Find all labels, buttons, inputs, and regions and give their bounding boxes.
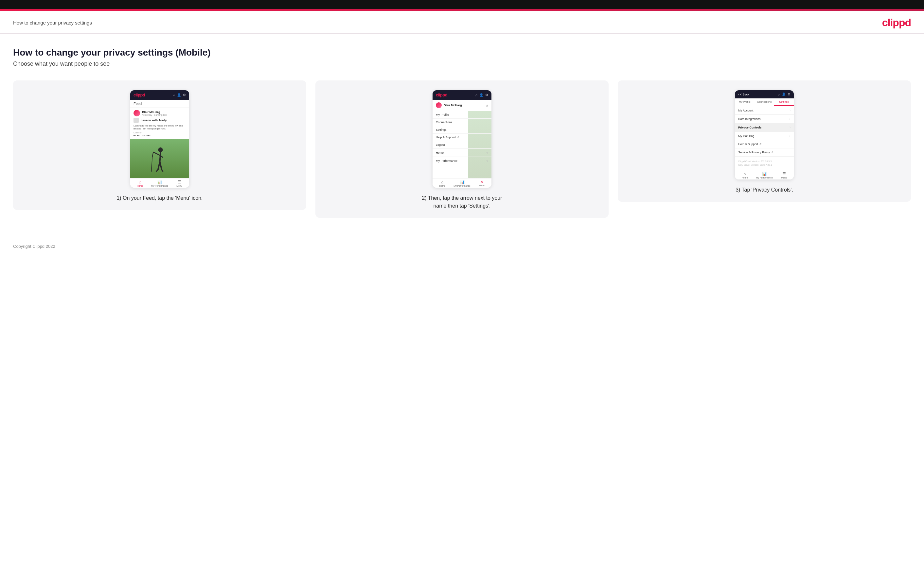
step2-phone-icons: ⌕ 👤 ⚙: [475, 93, 488, 97]
myaccount-label: My Account: [738, 109, 754, 112]
client-version: Clippd Client Version: 2022.8.3-3: [738, 160, 790, 163]
step2-nav-home[interactable]: ⌂ Home: [433, 180, 452, 187]
step2-phone-body: Blair McHarg ∧ My Profile Connections Se…: [433, 100, 491, 178]
back-button[interactable]: ‹ < Back: [738, 93, 749, 96]
step3-nav-home[interactable]: ⌂ Home: [735, 172, 754, 179]
home-chevron-icon: ∨: [486, 152, 488, 154]
menu-section-home[interactable]: Home ∨: [433, 149, 491, 157]
steps-container: clippd ⌕ 👤 ⚙ Feed Blair McHarg: [13, 81, 911, 218]
settings-item-myaccount[interactable]: My Account ›: [735, 106, 794, 115]
feed-image: [130, 139, 189, 178]
feed-lesson-row: Lesson with Fordy: [134, 118, 186, 123]
tab-connections[interactable]: Connections: [754, 98, 774, 106]
step1-nav-performance[interactable]: 📊 My Performance: [150, 180, 170, 187]
menu-label: Menu: [176, 185, 182, 187]
feed-user-name: Blair McHarg: [142, 111, 167, 114]
step-3-phone: ‹ < Back ⌕ 👤 ⚙ My Profile Connections Se…: [735, 90, 794, 179]
performance-label: My Performance: [151, 185, 168, 187]
menu-item-logout[interactable]: Logout: [433, 141, 491, 149]
settings-item-helpsupport[interactable]: Help & Support ↗: [735, 140, 794, 148]
step1-nav-home[interactable]: ⌂ Home: [130, 180, 150, 187]
menu-item-helpsupport[interactable]: Help & Support ↗: [433, 134, 491, 141]
step3-perf-label: My Performance: [756, 177, 772, 179]
settings-item-mygolfbag[interactable]: My Golf Bag ›: [735, 132, 794, 140]
logo: clippd: [882, 17, 911, 29]
main-content: How to change your privacy settings (Mob…: [0, 34, 924, 237]
profile-icon[interactable]: 👤: [177, 93, 181, 97]
menu-foreground: Blair McHarg ∧ My Profile Connections Se…: [433, 100, 491, 165]
step-1-phone: clippd ⌕ 👤 ⚙ Feed Blair McHarg: [130, 90, 189, 188]
step3-nav-menu[interactable]: ☰ Menu: [774, 172, 794, 179]
step3-phone-icons: ⌕ 👤 ⚙: [778, 92, 790, 96]
settings-icon-2[interactable]: ⚙: [485, 93, 488, 97]
step-2-phone: clippd ⌕ 👤 ⚙ Blair: [433, 90, 491, 188]
settings-item-privacycontrols[interactable]: Privacy Controls ›: [735, 123, 794, 132]
myaccount-chevron-icon: ›: [790, 108, 790, 112]
dataintegrations-label: Data Integrations: [738, 118, 761, 121]
step1-nav-menu[interactable]: ☰ Menu: [170, 180, 189, 187]
page-heading: How to change your privacy settings (Mob…: [13, 47, 911, 58]
step3-menu-label: Menu: [781, 177, 787, 179]
tab-settings[interactable]: Settings: [774, 98, 794, 106]
header: How to change your privacy settings clip…: [0, 11, 924, 34]
menu-section-performance[interactable]: My Performance ∨: [433, 157, 491, 165]
menu-item-myprofile[interactable]: My Profile: [433, 111, 491, 119]
svg-line-3: [152, 152, 153, 157]
svg-line-6: [160, 162, 162, 170]
svg-line-2: [153, 152, 160, 155]
page-subheading: Choose what you want people to see: [13, 60, 911, 67]
profile-icon-2[interactable]: 👤: [479, 93, 483, 97]
step-1-desc: 1) On your Feed, tap the 'Menu' icon.: [116, 194, 202, 202]
profile-icon-3[interactable]: 👤: [782, 92, 786, 96]
feed-user-info: Blair McHarg Yesterday · Sunningdale: [142, 111, 167, 116]
svg-line-7: [156, 170, 158, 172]
step2-nav-performance[interactable]: 📊 My Performance: [452, 180, 472, 187]
settings-item-serviceprivacy[interactable]: Service & Privacy Policy ↗: [735, 148, 794, 156]
home-label: Home: [137, 185, 143, 187]
lesson-title: Lesson with Fordy: [141, 119, 167, 122]
step2-topbar: clippd ⌕ 👤 ⚙: [433, 90, 491, 100]
step-1-card: clippd ⌕ 👤 ⚙ Feed Blair McHarg: [13, 81, 306, 210]
step-3-desc: 3) Tap 'Privacy Controls'.: [735, 186, 793, 194]
step2-phone-logo: clippd: [436, 92, 447, 97]
step1-phone-body: Feed Blair McHarg Yesterday · Sunningdal…: [130, 100, 189, 178]
step2-home-label: Home: [439, 185, 446, 187]
tab-myprofile[interactable]: My Profile: [735, 98, 754, 106]
settings-item-dataintegrations[interactable]: Data Integrations ›: [735, 115, 794, 123]
menu-icon-3: ☰: [782, 172, 786, 176]
user-dropdown-chevron[interactable]: ∧: [486, 104, 488, 107]
feed-tab: Feed: [130, 100, 189, 108]
menu-item-connections[interactable]: Connections: [433, 119, 491, 126]
step2-perf-label: My Performance: [454, 185, 470, 187]
performance-chevron-icon: ∨: [486, 160, 488, 163]
step-2-desc: 2) Then, tap the arrow next to your name…: [416, 194, 508, 210]
settings-icon-3[interactable]: ⚙: [788, 92, 790, 96]
settings-tabs: My Profile Connections Settings: [735, 98, 794, 106]
privacycontrols-chevron-icon: ›: [790, 126, 790, 129]
settings-icon[interactable]: ⚙: [183, 93, 186, 97]
mygolfbag-label: My Golf Bag: [738, 134, 754, 138]
lesson-icon: [134, 118, 139, 123]
section-home-label: Home: [436, 151, 444, 154]
step2-nav-close[interactable]: ✕ Menu: [472, 180, 491, 187]
duration-label: Duration: [134, 131, 186, 134]
menu-user-avatar: [436, 102, 442, 108]
helpsupport-label: Help & Support ↗: [738, 143, 762, 146]
step1-bottom-nav: ⌂ Home 📊 My Performance ☰ Menu: [130, 178, 189, 188]
top-bar: [0, 0, 924, 9]
search-icon[interactable]: ⌕: [173, 93, 175, 97]
menu-icon: ☰: [178, 180, 181, 184]
step1-phone-icons: ⌕ 👤 ⚙: [173, 93, 186, 97]
mygolfbag-chevron-icon: ›: [790, 134, 790, 138]
home-icon: ⌂: [139, 180, 141, 184]
step2-bottom-nav: ⌂ Home 📊 My Performance ✕ Menu: [433, 178, 491, 188]
menu-item-settings[interactable]: Settings: [433, 126, 491, 134]
feed-desc: Looking to feel like my hands are exitin…: [134, 124, 186, 130]
header-title: How to change your privacy settings: [13, 20, 92, 26]
step3-nav-performance[interactable]: 📊 My Performance: [754, 172, 774, 179]
step3-home-label: Home: [742, 177, 748, 179]
feed-user-meta: Yesterday · Sunningdale: [142, 114, 167, 116]
section-performance-label: My Performance: [436, 159, 457, 163]
search-icon-2[interactable]: ⌕: [475, 93, 477, 97]
search-icon-3[interactable]: ⌕: [778, 92, 780, 96]
